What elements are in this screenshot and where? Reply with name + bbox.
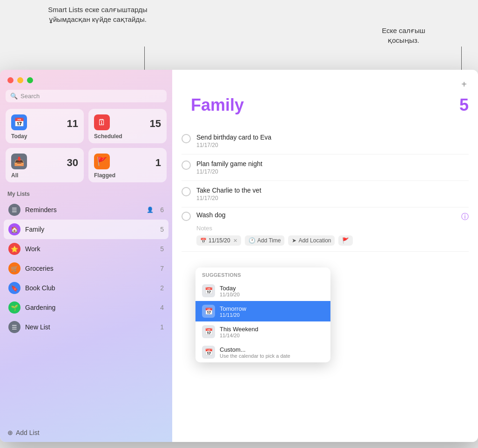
sidebar-item-groceries[interactable]: 🛒 Groceries 7: [4, 259, 168, 278]
traffic-lights: [0, 77, 172, 90]
search-bar[interactable]: 🔍 Search: [6, 90, 167, 102]
smart-card-flagged[interactable]: 🚩 1 Flagged: [88, 148, 167, 182]
book-club-count: 2: [160, 284, 164, 292]
annotation-right-text: Еске салғыш қосыңыз.: [382, 27, 425, 44]
gardening-count: 4: [160, 304, 164, 311]
smart-grid: 📅 11 Today 🗓 15 Scheduled 📥 30 All 🚩 1 F…: [0, 109, 172, 189]
book-club-icon: 🔖: [8, 282, 20, 294]
suggestion-custom-title: Custom...: [220, 346, 324, 353]
flag-button[interactable]: 🚩: [338, 235, 353, 246]
annotation-right: Еске салғыш қосыңыз.: [366, 26, 441, 45]
suggestion-this-weekend-date: 11/14/20: [220, 333, 324, 338]
gardening-icon: 🌱: [8, 301, 20, 314]
reminder-item-r1: Send birthday card to Eva 11/17/20: [182, 128, 469, 154]
add-location-label: Add Location: [298, 237, 331, 244]
reminder-checkbox-r3[interactable]: [182, 187, 191, 196]
reminder-title-r3: Take Charlie to the vet: [196, 187, 469, 194]
add-list-button[interactable]: ⊕ Add List: [0, 423, 172, 442]
book-club-name: Book Club: [25, 284, 155, 292]
date-chip-close[interactable]: ✕: [233, 238, 237, 244]
sidebar-item-gardening[interactable]: 🌱 Gardening 4: [4, 298, 168, 317]
scheduled-icon: 🗓: [94, 114, 110, 130]
suggestion-custom-date: Use the calendar to pick a date: [220, 353, 324, 359]
suggestion-today-icon: 📅: [202, 284, 215, 297]
scheduled-count: 15: [150, 118, 161, 130]
notes-placeholder[interactable]: Notes: [196, 225, 469, 232]
flagged-label: Flagged: [94, 172, 161, 179]
reminder-title-r1: Send birthday card to Eva: [196, 134, 469, 141]
add-time-button[interactable]: 🕐 Add Time: [245, 235, 285, 246]
suggestions-dropdown: Suggestions 📅 Today 11/10/20 📅 Tomorrow …: [195, 267, 330, 362]
suggestions-header: Suggestions: [195, 267, 330, 281]
close-button[interactable]: [7, 77, 13, 83]
suggestion-today[interactable]: 📅 Today 11/10/20: [195, 281, 330, 301]
reminder-info-r4[interactable]: ⓘ: [461, 212, 469, 222]
date-chip-value: 11/15/20: [209, 237, 230, 244]
reminder-title-r2: Plan family game night: [196, 160, 469, 167]
reminder-date-r3: 11/17/20: [196, 195, 469, 201]
sidebar-item-family[interactable]: 🏠 Family 5: [4, 220, 168, 239]
reminder-date-r2: 11/17/20: [196, 168, 469, 175]
work-count: 5: [160, 245, 164, 253]
new-list-name: New List: [25, 323, 155, 331]
reminder-date-r1: 11/17/20: [196, 142, 469, 148]
smart-card-all[interactable]: 📥 30 All: [6, 148, 84, 182]
add-reminder-button[interactable]: +: [459, 77, 469, 92]
app-window: 🔍 Search 📅 11 Today 🗓 15 Scheduled 📥 30 …: [0, 70, 478, 442]
suggestion-today-title: Today: [220, 285, 324, 292]
groceries-count: 7: [160, 265, 164, 272]
suggestion-tomorrow-title: Tomorrow: [220, 305, 324, 312]
sidebar: 🔍 Search 📅 11 Today 🗓 15 Scheduled 📥 30 …: [0, 70, 172, 442]
flag-icon: 🚩: [342, 237, 349, 244]
reminders-name: Reminders: [25, 206, 142, 214]
reminder-item-r2: Plan family game night 11/17/20: [182, 154, 469, 181]
family-icon: 🏠: [8, 223, 20, 235]
sidebar-item-book-club[interactable]: 🔖 Book Club 2: [4, 278, 168, 298]
main-header: +: [172, 70, 478, 95]
add-list-icon: ⊕: [7, 429, 13, 436]
reminder-checkbox-r1[interactable]: [182, 134, 191, 143]
date-chip[interactable]: 📅 11/15/20 ✕: [196, 235, 241, 246]
location-icon: ➤: [292, 237, 296, 244]
maximize-button[interactable]: [27, 77, 33, 83]
work-name: Work: [25, 245, 155, 253]
scheduled-label: Scheduled: [94, 133, 161, 140]
annotation-left-text: Smart Lists еске салғыштарды ұйымдасқан …: [48, 6, 147, 23]
suggestion-custom-icon: 📅: [202, 346, 215, 359]
flagged-icon: 🚩: [94, 154, 110, 169]
suggestion-custom[interactable]: 📅 Custom... Use the calendar to pick a d…: [195, 342, 330, 362]
today-count: 11: [67, 118, 78, 130]
reminder-checkbox-r4[interactable]: [182, 212, 191, 221]
smart-card-scheduled[interactable]: 🗓 15 Scheduled: [88, 109, 167, 143]
smart-card-today[interactable]: 📅 11 Today: [6, 109, 84, 143]
sidebar-item-new-list[interactable]: ☰ New List 1: [4, 317, 168, 337]
suggestion-this-weekend[interactable]: 📅 This Weekend 11/14/20: [195, 321, 330, 342]
sidebar-item-work[interactable]: ⭐ Work 5: [4, 239, 168, 259]
list-items: ☰ Reminders 👤 6 🏠 Family 5 ⭐ Work 5 🛒 Gr…: [0, 200, 172, 423]
list-title: Family: [182, 95, 253, 122]
suggestion-this-weekend-icon: 📅: [202, 325, 215, 338]
reminders-icon: ☰: [8, 204, 20, 216]
flagged-count: 1: [155, 157, 161, 169]
today-icon: 📅: [11, 114, 27, 130]
add-time-label: Add Time: [257, 237, 281, 244]
suggestion-tomorrow-date: 11/11/20: [220, 312, 324, 318]
all-icon: 📥: [11, 154, 27, 169]
reminder-checkbox-r2[interactable]: [182, 160, 191, 170]
search-placeholder: Search: [20, 93, 40, 100]
reminder-item-r3: Take Charlie to the vet 11/17/20: [182, 181, 469, 207]
main-content: + Family 5 Send birthday card to Eva 11/…: [172, 70, 478, 442]
reminders-count: 6: [160, 206, 164, 214]
suggestion-this-weekend-title: This Weekend: [220, 326, 324, 333]
reminder-item-r4: Wash dog ⓘ Notes 📅 11/15/20 ✕ 🕐 Add Time: [182, 207, 469, 252]
add-location-button[interactable]: ➤ Add Location: [288, 235, 335, 246]
reminder-title-r4: Wash dog: [196, 211, 456, 219]
shared-icon: 👤: [147, 207, 154, 213]
minimize-button[interactable]: [17, 77, 23, 83]
groceries-name: Groceries: [25, 265, 155, 272]
all-label: All: [11, 172, 78, 179]
suggestion-tomorrow[interactable]: 📅 Tomorrow 11/11/20: [195, 301, 330, 321]
sidebar-item-reminders[interactable]: ☰ Reminders 👤 6: [4, 200, 168, 220]
annotation-left: Smart Lists еске салғыштарды ұйымдасқан …: [47, 5, 149, 24]
list-count: 5: [459, 95, 469, 115]
